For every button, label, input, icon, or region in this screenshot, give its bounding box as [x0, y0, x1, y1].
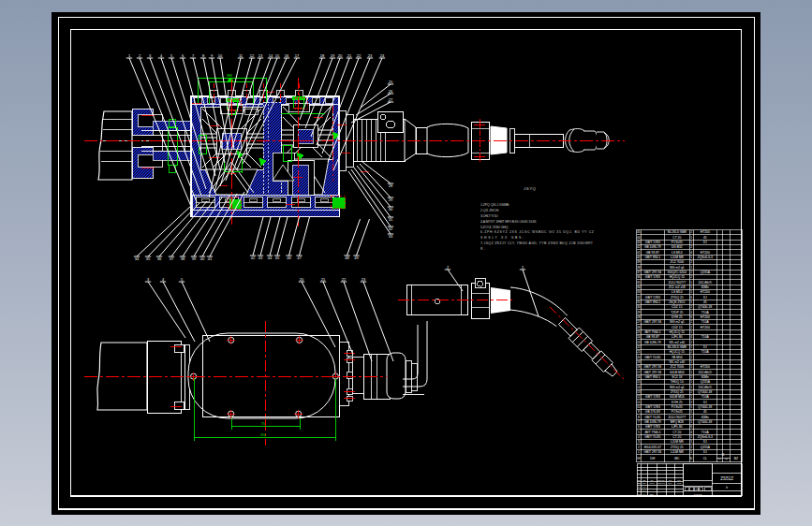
svg-text:Q235A: Q235A	[701, 446, 711, 449]
svg-text:XJ: XJ	[703, 440, 707, 444]
svg-text:1: 1	[690, 410, 692, 414]
svg-text:SJLM M24: SJLM M24	[670, 371, 685, 374]
svg-text:49: 49	[354, 256, 359, 260]
svg-text:TZDP 25: TZDP 25	[671, 311, 683, 314]
svg-text:HT200: HT200	[701, 365, 710, 369]
svg-text:ZCZ 7000: ZCZ 7000	[670, 260, 684, 264]
svg-text:2: 2	[638, 446, 640, 449]
svg-text:GGWJHX: GGWJHX	[657, 482, 666, 484]
svg-text:T10A: T10A	[701, 320, 710, 324]
svg-text:BZH: BZH	[650, 493, 655, 495]
svg-text:46: 46	[287, 256, 291, 260]
svg-text:13: 13	[258, 53, 263, 58]
svg-text:1: 1	[690, 440, 692, 444]
svg-text:2: 2	[139, 53, 141, 58]
svg-text:2: 2	[690, 390, 692, 394]
svg-text:CT 20: CT 20	[672, 431, 681, 434]
svg-text:6: 6	[182, 53, 185, 58]
svg-text:45: 45	[703, 236, 707, 240]
svg-text:31: 31	[389, 217, 393, 222]
svg-text:XH: XH	[637, 457, 641, 460]
svg-text:WG m2 q1: WG m2 q1	[670, 320, 685, 324]
svg-text:65Mn: 65Mn	[701, 416, 709, 419]
svg-text:SL: SL	[690, 457, 694, 460]
svg-text:38: 38	[637, 266, 641, 270]
svg-text:65Mn: 65Mn	[701, 285, 709, 289]
svg-text:45: 45	[637, 230, 641, 234]
svg-text:1: 1	[690, 290, 692, 294]
svg-text:Q235A: Q235A	[701, 270, 711, 274]
svg-text:41: 41	[637, 251, 641, 255]
svg-text:ZCZ 7000: ZCZ 7000	[670, 365, 684, 369]
svg-text:ZCL m2 z18: ZCL m2 z18	[669, 285, 686, 289]
svg-text:1: 1	[690, 266, 692, 270]
svg-text:17: 17	[295, 53, 300, 58]
svg-text:GGWJH: GGWJH	[657, 479, 666, 481]
svg-text:16: 16	[637, 375, 641, 379]
svg-text:QT400-18: QT400-18	[698, 305, 712, 309]
svg-text:19: 19	[331, 53, 335, 58]
svg-text:ZQSn6-6-3: ZQSn6-6-3	[698, 256, 713, 259]
svg-text:3: 3	[147, 277, 150, 282]
svg-text:5: 5	[638, 431, 640, 434]
svg-text:ZL: ZL	[722, 453, 726, 457]
svg-text:25: 25	[637, 330, 641, 334]
svg-text:ZQSn6-6-3: ZQSn6-6-3	[698, 435, 713, 439]
svg-text:GY: GY	[638, 489, 642, 491]
svg-text:4: 4	[690, 335, 692, 339]
svg-text:15: 15	[275, 53, 280, 58]
svg-text:31: 31	[637, 300, 641, 304]
svg-text:BZ: BZ	[734, 457, 738, 460]
svg-text:36: 36	[637, 275, 641, 279]
svg-text:44: 44	[268, 256, 273, 260]
svg-text:XJ: XJ	[703, 345, 707, 349]
svg-text:25: 25	[389, 80, 393, 84]
svg-text:SCZ 18: SCZ 18	[672, 375, 682, 379]
svg-text:XJ: XJ	[703, 401, 707, 404]
svg-text:13: 13	[637, 390, 641, 394]
svg-text:48: 48	[345, 256, 349, 260]
svg-text:LJLM M8: LJLM M8	[671, 450, 684, 454]
svg-text:35: 35	[146, 256, 151, 261]
svg-text:WL m2 z40: WL m2 z40	[670, 341, 686, 344]
svg-text:T10A: T10A	[701, 350, 710, 354]
svg-text:2: 2	[690, 416, 692, 419]
svg-text:1: 1	[690, 281, 692, 285]
svg-text:XJ: XJ	[703, 241, 707, 244]
svg-text:G Z D Z: G Z D Z	[694, 493, 702, 496]
svg-text:1: 1	[690, 236, 692, 240]
svg-text:2: 2	[690, 446, 692, 449]
svg-text:1: 1	[690, 420, 692, 424]
svg-text:45: 45	[703, 410, 707, 414]
svg-text:GB/T 297-94: GB/T 297-94	[643, 320, 661, 324]
svg-text:BJ: BJ	[638, 479, 641, 481]
svg-text:2: 2	[690, 260, 692, 264]
svg-text:1: 1	[690, 395, 692, 399]
svg-text:27: 27	[389, 97, 393, 102]
svg-text:2: 2	[690, 341, 692, 344]
svg-text:36: 36	[157, 256, 162, 261]
svg-text:20: 20	[637, 356, 641, 359]
svg-text:42: 42	[637, 245, 641, 249]
svg-text:4.A MYXT JHMT MFJ BJG LSGD DLW: 4.A MYXT JHMT MFJ BJG LSGD DLW;	[480, 220, 537, 224]
svg-text:GB/T 894.1: GB/T 894.1	[644, 256, 660, 259]
svg-text:6: 6	[690, 425, 692, 429]
svg-text:ZJ: ZJ	[725, 458, 728, 460]
svg-text:1: 1	[690, 285, 692, 289]
svg-text:1: 1	[690, 345, 692, 349]
svg-text:34: 34	[135, 256, 140, 261]
svg-text:20: 20	[300, 277, 304, 282]
svg-text:T10A: T10A	[701, 335, 710, 339]
svg-text:PJ 8x35: PJ 8x35	[672, 405, 683, 409]
svg-text:21: 21	[347, 53, 352, 58]
svg-text:GB/T 5783: GB/T 5783	[645, 275, 660, 279]
svg-text:RQ: RQ	[677, 479, 681, 481]
svg-text:ZS51Z: ZS51Z	[720, 476, 733, 481]
svg-text:1: 1	[522, 265, 524, 270]
svg-text:GB 1096-79: GB 1096-79	[644, 341, 661, 344]
svg-text:8: 8	[638, 416, 640, 419]
svg-text:26: 26	[637, 326, 641, 329]
svg-text:CT 20: CT 20	[672, 435, 681, 439]
svg-text:9: 9	[638, 410, 640, 414]
svg-text:1: 1	[690, 241, 692, 244]
